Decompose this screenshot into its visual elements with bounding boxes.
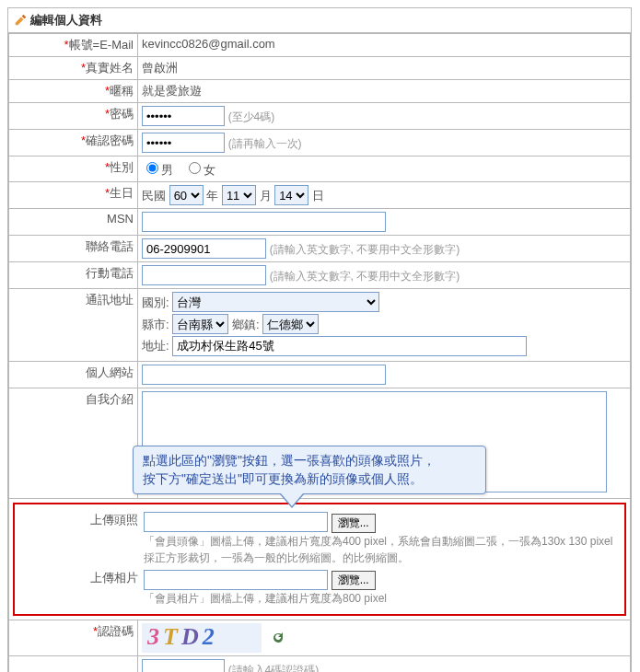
label-birthday: 生日 (110, 186, 134, 200)
label-account: 帳號=E-Mail (69, 38, 134, 52)
hint-mobile: (請輸入英文數字, 不要用中文全形數字) (270, 270, 460, 283)
era-label: 民國 (142, 189, 166, 203)
photo-path-input[interactable] (144, 570, 328, 590)
gender-female-radio[interactable] (189, 162, 201, 174)
avatar-browse-button[interactable]: 瀏覽... (332, 514, 376, 533)
panel-header: 編輯個人資料 (8, 8, 631, 33)
msn-input[interactable] (142, 212, 386, 232)
value-realname: 曾啟洲 (142, 61, 178, 75)
hint-confirm: (請再輸入一次) (228, 137, 302, 150)
callout-tooltip: 點選此區的"瀏覽"按鈕，選一張喜歡的頭像或照片， 按下方"確定送出"即可更換為新… (133, 446, 486, 494)
photo-browse-button[interactable]: 瀏覽... (332, 571, 376, 590)
edit-profile-panel: 編輯個人資料 *帳號=E-Mail kevincc0826@gmail.com … (7, 7, 632, 672)
label-nickname: 暱稱 (110, 84, 134, 98)
county-select[interactable]: 台南縣 (172, 314, 228, 334)
label-intro: 自我介紹 (86, 392, 134, 406)
panel-title: 編輯個人資料 (30, 12, 102, 29)
hint-phone: (請輸入英文數字, 不要用中文全形數字) (270, 243, 460, 256)
day-select[interactable]: 14 (274, 185, 308, 205)
confirm-input[interactable] (142, 133, 225, 153)
label-photo: 上傳相片 (90, 571, 138, 585)
gender-male-radio[interactable] (146, 162, 158, 174)
label-realname: 真實姓名 (86, 61, 134, 75)
year-select[interactable]: 60 (169, 185, 204, 205)
label-confirm: 確認密碼 (86, 133, 134, 147)
town-select[interactable]: 仁德鄉 (262, 314, 319, 334)
value-nickname: 就是愛旅遊 (142, 84, 202, 98)
label-website: 個人網站 (86, 365, 134, 379)
label-mobile: 行動電話 (86, 266, 134, 280)
label-address: 通訊地址 (86, 293, 134, 307)
hint-password: (至少4碼) (228, 110, 275, 123)
phone-input[interactable] (142, 238, 266, 259)
label-phone: 聯絡電話 (86, 239, 134, 253)
captcha-image: 3TD2 (142, 623, 262, 653)
pencil-icon (14, 14, 27, 27)
avatar-path-input[interactable] (144, 512, 328, 532)
gender-female-option[interactable]: 女 (184, 163, 215, 177)
value-account: kevincc0826@gmail.com (142, 37, 275, 51)
label-avatar: 上傳頭照 (90, 513, 138, 527)
refresh-captcha-icon[interactable] (271, 631, 285, 645)
website-input[interactable] (142, 365, 386, 385)
hint-captcha: (請輸入4碼認證碼) (228, 664, 320, 673)
label-captcha: 認證碼 (98, 624, 134, 638)
country-select[interactable]: 台灣 (172, 292, 379, 312)
upload-highlight-box: 點選此區的"瀏覽"按鈕，選一張喜歡的頭像或照片， 按下方"確定送出"即可更換為新… (13, 503, 626, 616)
label-password: 密碼 (110, 107, 134, 121)
label-gender: 性別 (110, 160, 134, 174)
address-detail-input[interactable] (172, 336, 527, 356)
mobile-input[interactable] (142, 265, 266, 285)
label-msn: MSN (107, 212, 134, 226)
avatar-desc: 「會員頭像」圖檔上傳，建議相片寬度為400 pixel，系統會自動縮圖二張，一張… (144, 533, 617, 566)
photo-desc: 「會員相片」圖檔上傳，建議相片寬度為800 pixel (144, 590, 617, 607)
password-input[interactable] (142, 106, 225, 126)
month-select[interactable]: 11 (222, 185, 256, 205)
gender-male-option[interactable]: 男 (142, 163, 173, 177)
captcha-input[interactable] (142, 659, 225, 672)
